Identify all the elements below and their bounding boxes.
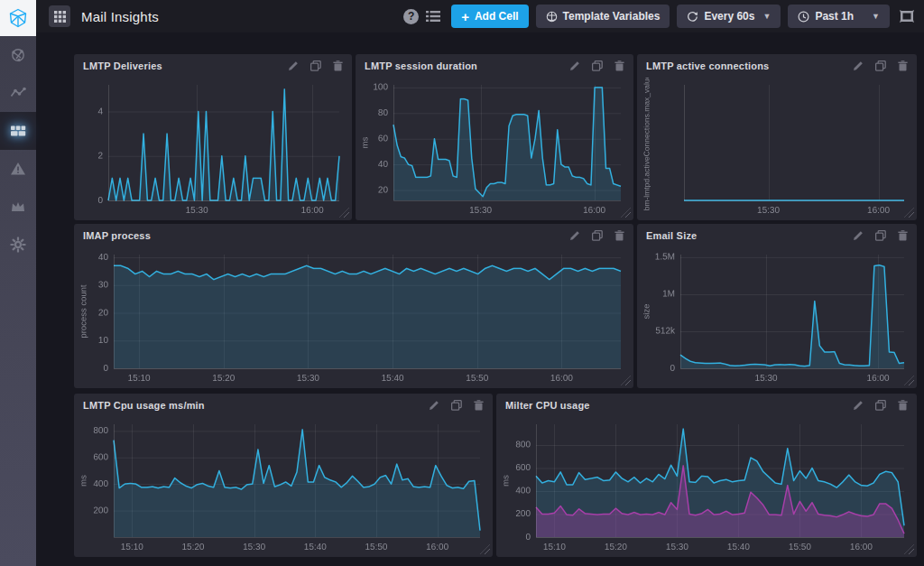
chevron-down-icon: ▼	[762, 12, 771, 21]
dashboard-cell[interactable]: IMAP process	[74, 224, 633, 388]
refresh-interval-dropdown[interactable]: Every 60s ▼	[677, 5, 781, 28]
trash-icon[interactable]	[898, 230, 908, 241]
log-list-button[interactable]	[426, 10, 440, 23]
edit-pencil-icon[interactable]	[569, 60, 580, 71]
cube-icon	[546, 11, 558, 23]
duplicate-icon[interactable]	[875, 230, 886, 241]
panel-title: LMTP Deliveries	[83, 60, 162, 71]
help-icon: ?	[403, 9, 419, 24]
trash-icon[interactable]	[614, 60, 624, 71]
add-cell-button[interactable]: + Add Cell	[451, 5, 528, 28]
sidebar-item-data-explorer[interactable]	[0, 74, 36, 112]
sidebar-nav	[0, 36, 36, 264]
panel-title: LMTP session duration	[365, 60, 477, 71]
sidebar-item-settings[interactable]	[0, 226, 36, 264]
edit-pencil-icon[interactable]	[853, 230, 864, 241]
crown-icon	[9, 198, 27, 216]
chevron-down-icon: ▼	[872, 12, 880, 21]
dashboards-icon	[9, 122, 27, 140]
presentation-mode-icon	[899, 10, 915, 23]
trash-icon[interactable]	[474, 400, 484, 411]
time-range-label: Past 1h	[815, 10, 854, 23]
list-icon	[426, 10, 440, 23]
duplicate-icon[interactable]	[592, 230, 603, 241]
duplicate-icon[interactable]	[875, 400, 886, 411]
dashboard-cell[interactable]: LMTP Deliveries	[74, 54, 352, 220]
chronograf-logo[interactable]	[0, 0, 36, 36]
clock-icon	[798, 11, 809, 23]
template-variables-label: Template Variables	[563, 10, 661, 23]
app-window: Mail Insights ? + Add Cell	[0, 0, 924, 566]
panel-title: Email Size	[646, 230, 697, 241]
edit-pencil-icon[interactable]	[288, 60, 299, 71]
dashboard-cell[interactable]: Milter CPU usage	[496, 394, 917, 557]
help-button[interactable]: ?	[403, 9, 419, 24]
presentation-mode-button[interactable]	[899, 10, 915, 23]
duplicate-icon[interactable]	[310, 60, 321, 71]
duplicate-icon[interactable]	[451, 400, 462, 411]
sidebar-item-admin[interactable]	[0, 188, 36, 226]
trash-icon[interactable]	[898, 60, 908, 71]
plus-icon: +	[461, 10, 469, 23]
page-title: Mail Insights	[81, 9, 159, 24]
edit-pencil-icon[interactable]	[853, 400, 864, 411]
sidebar-item-dashboards[interactable]	[0, 112, 36, 150]
sidebar	[0, 0, 36, 566]
topbar: Mail Insights ? + Add Cell	[36, 0, 924, 32]
sidebar-item-alerts[interactable]	[0, 150, 36, 188]
time-range-dropdown[interactable]: Past 1h ▼	[788, 5, 890, 28]
panel-title: IMAP process	[83, 230, 151, 241]
grid-icon	[54, 11, 66, 23]
data-explorer-icon	[9, 84, 27, 102]
host-list-icon	[9, 46, 27, 64]
panel-title: Milter CPU usage	[505, 400, 590, 411]
edit-pencil-icon[interactable]	[429, 400, 439, 411]
panel-title: LMTP Cpu usage ms/min	[83, 400, 205, 411]
edit-pencil-icon[interactable]	[853, 60, 864, 71]
duplicate-icon[interactable]	[875, 60, 886, 71]
dashboard-grid: LMTP Deliveries	[36, 32, 924, 566]
dashboard-cell[interactable]: LMTP active connections	[637, 54, 917, 220]
dashboard-cell[interactable]: LMTP session duration	[356, 54, 633, 220]
add-cell-label: Add Cell	[475, 10, 519, 23]
sidebar-item-host-list[interactable]	[0, 36, 36, 74]
dashboard-grid-button[interactable]	[49, 5, 70, 27]
refresh-icon	[687, 11, 698, 23]
refresh-interval-label: Every 60s	[704, 10, 754, 23]
alert-triangle-icon	[9, 160, 27, 178]
chronograf-logo-icon	[7, 7, 29, 29]
panel-title: LMTP active connections	[646, 60, 769, 71]
trash-icon[interactable]	[898, 400, 908, 411]
dashboard-cell[interactable]: LMTP Cpu usage ms/min	[74, 394, 493, 557]
trash-icon[interactable]	[614, 230, 624, 241]
gear-icon	[9, 236, 27, 254]
template-variables-button[interactable]: Template Variables	[536, 5, 670, 28]
edit-pencil-icon[interactable]	[569, 230, 580, 241]
trash-icon[interactable]	[333, 60, 343, 71]
duplicate-icon[interactable]	[592, 60, 603, 71]
dashboard-cell[interactable]: Email Size	[637, 224, 917, 388]
